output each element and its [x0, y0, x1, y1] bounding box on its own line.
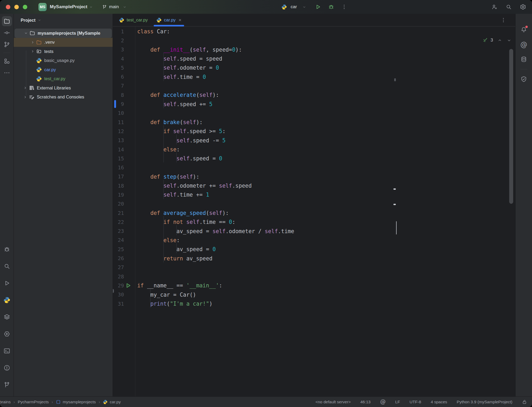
- chevron-right-icon[interactable]: [29, 40, 36, 44]
- code-line-18[interactable]: 18 self.odometer += self.speed: [113, 181, 515, 190]
- gutter-line-number[interactable]: 24: [113, 236, 135, 245]
- code-line-5[interactable]: 5 self.odometer = 0: [113, 63, 515, 72]
- settings-gear-icon[interactable]: [520, 4, 526, 10]
- status-indent-style[interactable]: 4 spaces: [431, 400, 447, 404]
- zoom-window-button[interactable]: [23, 5, 27, 9]
- code-line-15[interactable]: 15 self.speed = 0: [113, 154, 515, 163]
- code-line-20[interactable]: 20: [113, 200, 515, 209]
- close-window-button[interactable]: [6, 5, 10, 9]
- code-line-14[interactable]: 14 else:: [113, 145, 515, 154]
- tool-commit-button[interactable]: [2, 28, 12, 38]
- gutter-line-number[interactable]: 1: [113, 27, 135, 36]
- code-line-17[interactable]: 17 def step(self):: [113, 172, 515, 181]
- code-line-25[interactable]: 25 av_speed = 0: [113, 245, 515, 254]
- tab-test-car-py[interactable]: test_car.py: [115, 14, 152, 26]
- code-line-29[interactable]: 29if __name__ == '__main__':: [113, 281, 515, 290]
- gutter-line-number[interactable]: 30: [113, 290, 135, 299]
- status-write-access[interactable]: [522, 399, 527, 405]
- tool-git-branch-button[interactable]: [2, 39, 12, 49]
- previous-problem-icon[interactable]: [497, 38, 502, 43]
- tree-item-test-car-py[interactable]: test_car.py: [14, 74, 113, 84]
- tool-bug-button[interactable]: [2, 244, 12, 254]
- gutter-line-number[interactable]: 27: [113, 263, 135, 272]
- code-line-2[interactable]: 2: [113, 36, 515, 45]
- code-with-me-icon[interactable]: [491, 4, 498, 10]
- tool-python-button[interactable]: [2, 295, 12, 305]
- search-everywhere-icon[interactable]: [506, 4, 512, 10]
- gutter-line-number[interactable]: 29: [113, 281, 135, 290]
- gutter-line-number[interactable]: 9: [113, 100, 135, 108]
- gutter-line-number[interactable]: 25: [113, 245, 135, 254]
- gutter-line-number[interactable]: 19: [113, 190, 135, 199]
- tree-item-mysampleprojects-mysample[interactable]: mysampleprojects [MySample: [15, 29, 112, 38]
- next-problem-icon[interactable]: [507, 38, 512, 43]
- tool-problems-button[interactable]: [2, 363, 12, 373]
- editor-scrollbar[interactable]: [509, 49, 513, 204]
- code-line-10[interactable]: 10: [113, 109, 515, 118]
- code-editor[interactable]: 1class Car:23 def __init__(self, speed=0…: [113, 26, 515, 396]
- run-configuration[interactable]: car: [291, 4, 297, 10]
- code-line-6[interactable]: 6 self.time = 0: [113, 72, 515, 81]
- tool-terminal-button[interactable]: [2, 346, 12, 356]
- code-line-16[interactable]: 16: [113, 163, 515, 172]
- tool-more-button[interactable]: [2, 68, 12, 78]
- code-line-21[interactable]: 21 def average_speed(self):: [113, 209, 515, 218]
- tool-search-button[interactable]: [2, 261, 12, 271]
- gutter-line-number[interactable]: 18: [113, 181, 135, 190]
- code-line-27[interactable]: 27: [113, 263, 515, 272]
- code-line-23[interactable]: 23 av_speed = self.odometer / self.time: [113, 227, 515, 236]
- gutter-line-number[interactable]: 8: [113, 91, 135, 100]
- status-caret-position[interactable]: 46:13: [360, 400, 371, 404]
- gutter-line-number[interactable]: 11: [113, 118, 135, 127]
- breadcrumb-car-py[interactable]: car.py: [103, 400, 121, 404]
- close-tab-icon[interactable]: ×: [179, 17, 181, 23]
- tree-item-car-py[interactable]: car.py: [14, 65, 113, 74]
- gutter-line-number[interactable]: 31: [113, 299, 135, 308]
- code-line-8[interactable]: 8 def accelerate(self):: [113, 91, 515, 100]
- gutter-line-number[interactable]: 5: [113, 63, 135, 72]
- gutter-line-number[interactable]: 15: [113, 154, 135, 163]
- tree-item-tests[interactable]: tests: [14, 47, 113, 56]
- status-ai-assistant[interactable]: @: [380, 399, 386, 405]
- project-icon[interactable]: MS: [38, 3, 47, 11]
- code-line-22[interactable]: 22 if not self.time == 0:: [113, 218, 515, 227]
- tab-car-py[interactable]: car.py×: [152, 14, 186, 26]
- tree-item-external-libraries[interactable]: External Libraries: [14, 83, 113, 93]
- gutter-line-number[interactable]: 6: [113, 72, 135, 81]
- gutter-line-number[interactable]: 21: [113, 209, 135, 218]
- code-line-26[interactable]: 26 return av_speed: [113, 254, 515, 263]
- chevron-right-icon[interactable]: [22, 86, 29, 90]
- gutter-line-number[interactable]: 12: [113, 127, 135, 136]
- gutter-line-number[interactable]: 17: [113, 172, 135, 181]
- gutter-line-number[interactable]: 7: [113, 82, 135, 91]
- gutter-line-number[interactable]: 20: [113, 200, 135, 209]
- gutter-line-number[interactable]: 13: [113, 136, 135, 145]
- tool-folder-button[interactable]: [2, 16, 12, 26]
- tree-item-venv[interactable]: .venv: [14, 38, 113, 47]
- tool-structure-button[interactable]: [2, 56, 12, 66]
- minimize-window-button[interactable]: [14, 5, 19, 9]
- code-line-3[interactable]: 3 def __init__(self, speed=0):: [113, 45, 515, 54]
- gutter-line-number[interactable]: 26: [113, 254, 135, 263]
- gutter-line-number[interactable]: 23: [113, 227, 135, 236]
- status-file-encoding[interactable]: UTF-8: [410, 400, 421, 404]
- more-actions-icon[interactable]: [341, 4, 347, 10]
- code-line-12[interactable]: 12 if self.speed >= 5:: [113, 127, 515, 136]
- code-line-9[interactable]: 9 self.speed += 5: [113, 100, 515, 108]
- code-line-13[interactable]: 13 self.speed -= 5: [113, 136, 515, 145]
- tree-item-scratches-and-consoles[interactable]: Scratches and Consoles: [14, 93, 113, 102]
- gutter-line-number[interactable]: 3: [113, 45, 135, 54]
- code-line-28[interactable]: 28: [113, 272, 515, 281]
- project-panel-title[interactable]: Project: [21, 18, 36, 23]
- tool-notifications-button[interactable]: [519, 25, 529, 35]
- tool-run-anything-button[interactable]: [2, 329, 12, 339]
- gutter-line-number[interactable]: 4: [113, 54, 135, 63]
- run-button[interactable]: [315, 4, 321, 10]
- project-name[interactable]: MySampleProject: [50, 4, 87, 10]
- gutter-line-number[interactable]: 28: [113, 272, 135, 281]
- gutter-line-number[interactable]: 16: [113, 163, 135, 172]
- code-line-31[interactable]: 31 print("I'm a car!"): [113, 299, 515, 308]
- gutter-line-number[interactable]: 2: [113, 36, 135, 45]
- breadcrumb-PycharmProjects[interactable]: PycharmProjects: [18, 400, 49, 404]
- code-line-1[interactable]: 1class Car:: [113, 27, 515, 36]
